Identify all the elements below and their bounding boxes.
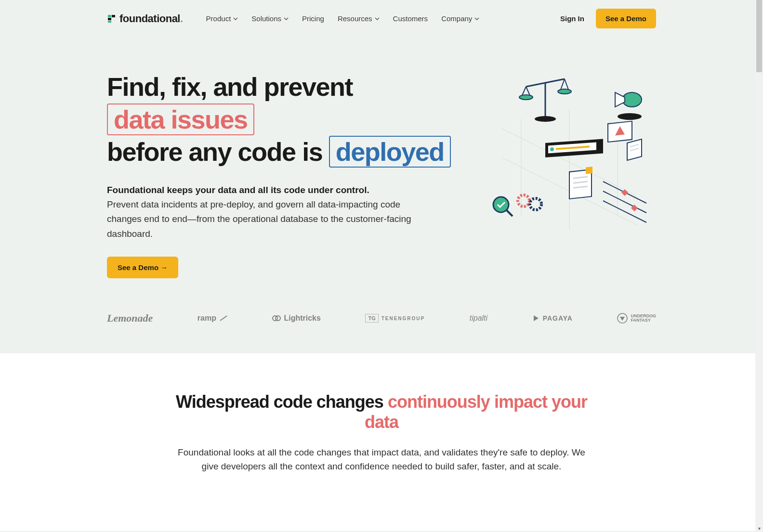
hero-h1-text: Find, fix, and prevent	[107, 72, 353, 101]
chevron-down-icon	[375, 17, 380, 20]
nav-label: Product	[206, 14, 231, 23]
nav-item-product[interactable]: Product	[206, 14, 238, 23]
svg-point-30	[518, 195, 529, 207]
logo-text: PAGAYA	[543, 314, 573, 322]
customer-logo-tenengroup: TG TENENGROUP	[365, 314, 425, 323]
ramp-icon	[219, 315, 228, 322]
svg-point-15	[558, 89, 571, 94]
customer-logo-ramp: ramp	[197, 314, 228, 323]
svg-point-31	[530, 198, 541, 210]
customer-logos-row: Lemonade ramp Lightricks TG TENENGROUP t…	[107, 302, 656, 353]
svg-line-16	[561, 79, 565, 90]
nav-label: Pricing	[302, 14, 324, 23]
logo-text: TENENGROUP	[382, 316, 425, 321]
svg-point-12	[519, 95, 533, 100]
brand-name: foundational	[119, 13, 180, 25]
hero-highlight-data-issues: data issues	[107, 104, 254, 135]
svg-rect-3	[108, 21, 111, 23]
hero-highlight-deployed: deployed	[329, 136, 451, 168]
logo-text: ramp	[197, 314, 216, 323]
svg-rect-25	[569, 169, 592, 199]
scrollbar[interactable]: ▴ ▾	[755, 0, 763, 531]
hero-illustration-icon	[473, 71, 656, 234]
customer-logo-pagaya: PAGAYA	[532, 314, 573, 322]
svg-point-32	[493, 197, 509, 212]
nav-item-resources[interactable]: Resources	[338, 14, 380, 23]
svg-point-11	[535, 116, 556, 122]
brand-logo[interactable]: foundational.	[107, 13, 183, 25]
svg-rect-37	[621, 189, 628, 196]
section2-h2-text: Widespread code changes	[176, 392, 388, 412]
section2-h2-highlight: continuously impact your data	[365, 392, 587, 432]
logo-text: Lightricks	[284, 314, 320, 323]
customer-logo-tipalti: tipalti	[470, 314, 487, 323]
chevron-down-icon	[233, 17, 238, 20]
nav-label: Company	[441, 14, 472, 23]
hero-illustration-container	[473, 71, 656, 234]
nav-label: Solutions	[251, 14, 281, 23]
pagaya-icon	[532, 314, 540, 322]
chevron-down-icon	[284, 17, 289, 20]
svg-line-17	[565, 79, 568, 90]
chevron-down-icon	[474, 17, 479, 20]
hero-section: Find, fix, and prevent data issues befor…	[107, 37, 656, 302]
hero-h1-text: before any code is	[107, 137, 329, 166]
svg-rect-0	[108, 15, 111, 17]
section2-body: Foundational looks at all the code chang…	[174, 446, 589, 473]
svg-point-19	[618, 113, 642, 120]
hero-sub-bold: Foundational keeps your data and all its…	[107, 183, 415, 197]
svg-rect-2	[108, 18, 111, 20]
customer-logo-underdog: UNDERDOG FANTASY	[617, 313, 656, 324]
customer-logo-lightricks: Lightricks	[272, 314, 320, 323]
nav-cta-button[interactable]: See a Demo	[596, 9, 656, 28]
hero-cta-button[interactable]: See a Demo →	[107, 257, 178, 278]
nav-label: Resources	[338, 14, 372, 23]
underdog-icon	[617, 313, 628, 324]
scroll-thumb[interactable]	[756, 0, 762, 72]
svg-rect-1	[112, 15, 115, 17]
svg-line-33	[507, 210, 513, 216]
nav-right: Sign In See a Demo	[560, 9, 656, 28]
hero-subtext: Foundational keeps your data and all its…	[107, 183, 415, 242]
section2-heading: Widespread code changes continuously imp…	[174, 392, 589, 432]
nav-item-customers[interactable]: Customers	[393, 14, 428, 23]
logo-mark-icon	[107, 14, 117, 24]
customer-logo-lemonade: Lemonade	[107, 312, 153, 324]
nav-menu: Product Solutions Pricing Resources Cust…	[206, 14, 480, 23]
signin-link[interactable]: Sign In	[560, 14, 584, 23]
hero-heading: Find, fix, and prevent data issues befor…	[107, 71, 454, 169]
svg-line-14	[526, 87, 530, 95]
lightricks-icon	[272, 314, 281, 323]
scroll-down-icon[interactable]: ▾	[755, 524, 763, 531]
brand-dot: .	[180, 13, 183, 25]
nav-label: Customers	[393, 14, 428, 23]
nav-item-solutions[interactable]: Solutions	[251, 14, 289, 23]
hero-sub-body: Prevent data incidents at pre-deploy, an…	[107, 197, 415, 241]
section-code-changes: Widespread code changes continuously imp…	[0, 353, 763, 531]
svg-rect-29	[586, 167, 592, 174]
svg-line-13	[522, 87, 526, 95]
top-nav: foundational. Product Solutions Pricing …	[107, 0, 656, 37]
nav-item-company[interactable]: Company	[441, 14, 479, 23]
svg-line-36	[603, 201, 646, 222]
nav-item-pricing[interactable]: Pricing	[302, 14, 324, 23]
